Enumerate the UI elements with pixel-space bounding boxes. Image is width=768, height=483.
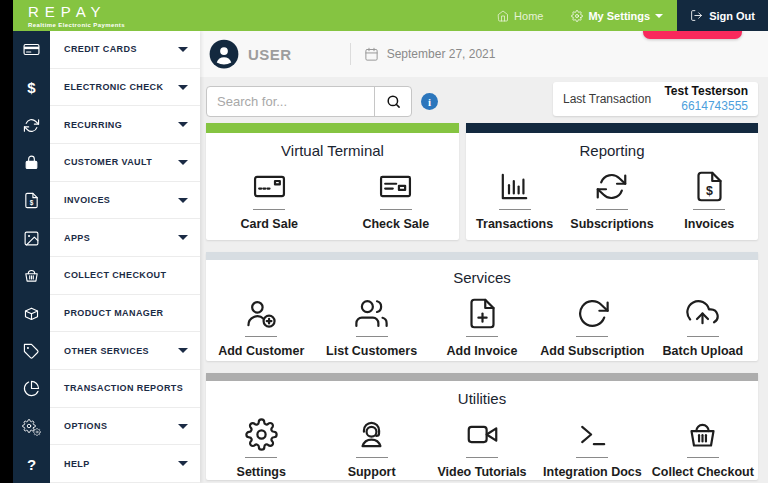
nav-my-settings[interactable]: My Settings (557, 0, 677, 31)
sidebar-item-other-services[interactable]: OTHER SERVICES (50, 332, 200, 370)
sidebar-icon-transaction-reports[interactable] (13, 370, 50, 408)
collect-checkout-item[interactable]: Collect Checkout (648, 418, 758, 479)
divider (245, 457, 277, 458)
card-sale-item[interactable]: Card Sale (206, 170, 333, 231)
sidebar-item-product-manager[interactable]: PRODUCT MANAGER (50, 295, 200, 333)
settings-item[interactable]: Settings (206, 418, 316, 479)
item-label: Check Sale (362, 217, 429, 231)
list-customers-item[interactable]: List Customers (316, 297, 426, 358)
card-accent-strip (206, 373, 758, 381)
sidebar-icon-customer-vault[interactable] (13, 144, 50, 182)
item-label: Add Subscription (540, 344, 644, 358)
integration-docs-item[interactable]: Integration Docs (537, 418, 647, 479)
chevron-down-icon (178, 198, 188, 203)
sidebar-icon-apps[interactable] (13, 219, 50, 257)
invoices-item[interactable]: Invoices (661, 170, 758, 231)
sidebar-icon-recurring[interactable] (13, 106, 50, 144)
search-icon (386, 94, 401, 109)
sign-out-icon (690, 9, 703, 22)
sidebar-icon-column: $ ? (13, 31, 50, 483)
info-button[interactable]: i (421, 93, 438, 110)
sidebar-item-label: INVOICES (64, 195, 110, 205)
sidebar-item-label: APPS (64, 233, 90, 243)
transactions-item[interactable]: Transactions (466, 170, 563, 231)
add-invoice-item[interactable]: Add Invoice (427, 297, 537, 358)
divider (693, 209, 725, 210)
shopping-basket-icon (23, 267, 40, 284)
item-label: Support (348, 465, 396, 479)
item-label: Collect Checkout (652, 465, 754, 479)
card-accent-strip (206, 252, 758, 260)
item-label: Integration Docs (543, 465, 642, 479)
gear-icon (245, 418, 278, 451)
sidebar-item-collect-checkout[interactable]: COLLECT CHECKOUT (50, 257, 200, 295)
sidebar-item-label: CREDIT CARDS (64, 44, 137, 54)
divider (253, 209, 285, 210)
subscriptions-item[interactable]: Subscriptions (563, 170, 660, 231)
sidebar-item-options[interactable]: OPTIONS (50, 408, 200, 446)
item-label: Subscriptions (570, 217, 653, 231)
logo-tagline: Realtime Electronic Payments (28, 22, 125, 28)
utilities-card: Utilities Settings Support Video Tutoria… (206, 373, 758, 480)
add-subscription-item[interactable]: Add Subscription (537, 297, 647, 358)
sidebar-icon-electronic-check[interactable]: $ (13, 69, 50, 107)
nav-home-label: Home (514, 10, 543, 22)
sidebar-item-credit-cards[interactable]: CREDIT CARDS (50, 31, 200, 69)
search-input[interactable] (207, 87, 374, 116)
avatar[interactable] (209, 39, 239, 69)
logo-wordmark: REPAY (28, 4, 125, 19)
credit-card-icon (23, 41, 40, 58)
last-transaction-label: Last Transaction (563, 92, 651, 106)
divider (687, 457, 719, 458)
check-sale-item[interactable]: Check Sale (333, 170, 460, 231)
price-tag-icon (23, 343, 40, 360)
credit-card-icon (253, 170, 286, 203)
customer-phone-link[interactable]: 6614743555 (664, 99, 748, 114)
search-button[interactable] (374, 87, 411, 116)
top-nav: Home My Settings Sign Out (483, 0, 768, 31)
item-label: List Customers (326, 344, 417, 358)
sidebar-icon-collect-checkout[interactable] (13, 257, 50, 295)
item-label: Add Invoice (447, 344, 518, 358)
sidebar-icon-help[interactable]: ? (13, 445, 50, 483)
sidebar-item-help[interactable]: HELP (50, 445, 200, 483)
divider (466, 336, 498, 337)
sign-out-button[interactable]: Sign Out (677, 0, 768, 31)
divider (356, 336, 388, 337)
item-label: Settings (237, 465, 286, 479)
sidebar-item-customer-vault[interactable]: CUSTOMER VAULT (50, 144, 200, 182)
sidebar-item-transaction-reports[interactable]: TRANSACTION REPORTS (50, 370, 200, 408)
add-customer-item[interactable]: Add Customer (206, 297, 316, 358)
users-group-icon (355, 297, 388, 330)
sidebar-icon-credit-cards[interactable] (13, 31, 50, 69)
section-title: Services (206, 269, 758, 286)
sidebar-item-electronic-check[interactable]: ELECTRONIC CHECK (50, 69, 200, 107)
item-label: Transactions (476, 217, 553, 231)
services-card: Services Add Customer List Customers Add… (206, 252, 758, 361)
sidebar-icon-invoices[interactable] (13, 182, 50, 220)
nav-home[interactable]: Home (483, 0, 557, 31)
gears-icon (22, 418, 41, 436)
card-accent-strip (206, 123, 459, 133)
calendar-icon (364, 47, 379, 62)
batch-upload-item[interactable]: Batch Upload (648, 297, 758, 358)
sidebar-item-label: OTHER SERVICES (64, 346, 149, 356)
user-name-label: USER (248, 46, 292, 63)
sidebar-item-label: ELECTRONIC CHECK (64, 82, 163, 92)
sidebar-item-invoices[interactable]: INVOICES (50, 182, 200, 220)
sidebar-icon-options[interactable] (13, 408, 50, 446)
support-item[interactable]: Support (316, 418, 426, 479)
sidebar-icon-other-services[interactable] (13, 332, 50, 370)
current-date: September 27, 2021 (387, 47, 496, 61)
nav-settings-label: My Settings (588, 10, 650, 22)
chevron-down-icon (178, 348, 188, 353)
section-title: Utilities (206, 390, 758, 407)
repay-logo[interactable]: REPAY Realtime Electronic Payments (28, 4, 125, 28)
sidebar-item-apps[interactable]: APPS (50, 219, 200, 257)
sidebar-item-recurring[interactable]: RECURRING (50, 106, 200, 144)
video-tutorials-item[interactable]: Video Tutorials (427, 418, 537, 479)
sidebar-icon-product-manager[interactable] (13, 295, 50, 333)
sidebar-item-label: PRODUCT MANAGER (64, 308, 164, 318)
cloud-upload-icon (686, 297, 719, 330)
customer-name: Test Testerson (664, 84, 748, 99)
